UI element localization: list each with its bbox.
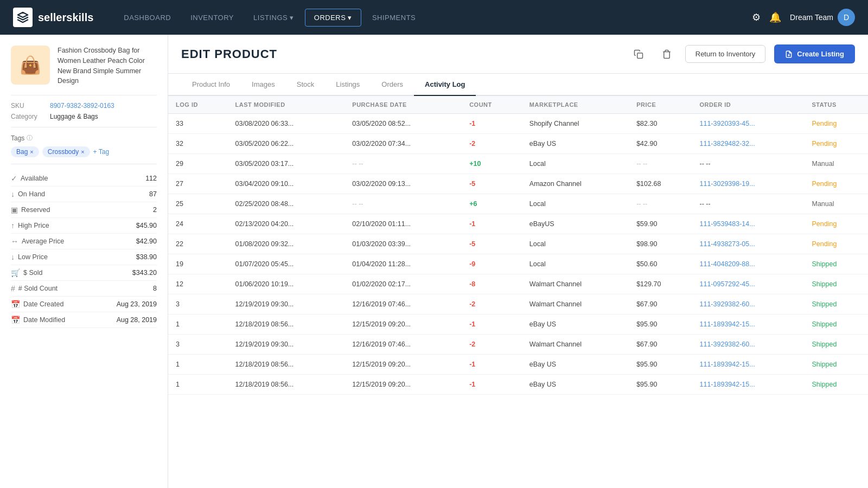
cell-price: $67.90 [629,335,692,355]
nav-shipments[interactable]: SHIPMENTS [363,9,424,26]
cell-count: +10 [462,154,522,174]
tags-label: Tags ⓘ [11,134,157,142]
tab-images[interactable]: Images [241,74,286,96]
table-row: 3203/05/2020 06:22...03/02/2020 07:34...… [168,134,868,154]
cell-order-id[interactable]: 111-3029398-19... [692,174,805,194]
cell-order-id[interactable]: 111-1893942-15... [692,314,805,335]
cell-order-id: -- -- [692,154,805,174]
cell-count: -1 [462,314,522,335]
cell-log-id: 29 [168,154,228,174]
cell-price: $82.30 [629,114,692,134]
tags-container: Bag × Crossbody × + Tag [11,146,157,157]
cell-marketplace: eBay US [522,355,629,375]
cell-log-id: 27 [168,174,228,194]
nav-listings[interactable]: LISTINGS ▾ [245,9,303,26]
cell-status: Shipped [804,335,868,355]
table-row: 312/19/2019 09:30...12/16/2019 07:46...-… [168,294,868,314]
cell-last-modified: 02/25/2020 08:48... [228,194,345,214]
bell-icon[interactable]: 🔔 [769,11,781,23]
logo-text: sellerskills [38,11,93,24]
stat-icon-high-price: ↑ [11,221,15,230]
nav-right: ⚙ 🔔 Dream Team D [752,9,855,26]
settings-icon[interactable]: ⚙ [752,11,761,23]
table-row: 112/18/2019 08:56...12/15/2019 09:20...-… [168,314,868,335]
table-row: 2201/08/2020 09:32...01/03/2020 03:39...… [168,234,868,254]
cell-marketplace: eBayUS [522,214,629,234]
cell-order-id[interactable]: 111-3829482-32... [692,134,805,154]
product-header: 👜 Fashion Crossbody Bag for Women Leathe… [11,46,157,86]
cell-order-id[interactable]: 111-1893942-15... [692,355,805,375]
cell-price: $129.70 [629,274,692,294]
copy-button[interactable] [629,44,648,64]
delete-button[interactable] [657,44,676,64]
table-row: 312/19/2019 09:30...12/16/2019 07:46...-… [168,335,868,355]
logo[interactable]: sellerskills [13,8,93,27]
nav-dashboard[interactable]: DASHBOARD [115,9,180,26]
cell-order-id[interactable]: 111-3920393-45... [692,114,805,134]
stat-label-date-created: 📅 Date Created [11,300,63,309]
add-tag-button[interactable]: + Tag [93,148,109,156]
main-content: EDIT PRODUCT Return to Inventory [168,35,868,488]
table-area[interactable]: LOG IDLAST MODIFIEDPURCHASE DATECOUNTMAR… [168,96,868,488]
table-row: 2703/04/2020 09:10...03/02/2020 09:13...… [168,174,868,194]
nav-inventory[interactable]: INVENTORY [182,9,242,26]
cell-last-modified: 03/05/2020 06:22... [228,134,345,154]
col-header-log-id: LOG ID [168,96,228,114]
tags-section: Tags ⓘ Bag × Crossbody × + Tag [11,134,157,157]
tab-listings[interactable]: Listings [325,74,371,96]
tab-stock[interactable]: Stock [286,74,326,96]
cell-last-modified: 01/07/2020 05:45... [228,254,345,274]
page-toolbar: EDIT PRODUCT Return to Inventory [168,35,868,74]
cell-price: $95.90 [629,314,692,335]
cell-price: $42.90 [629,134,692,154]
tag-bag-remove[interactable]: × [30,149,33,155]
nav-links: DASHBOARD INVENTORY LISTINGS ▾ ORDERS ▾ … [115,9,752,27]
stat-value-sold-count: 8 [153,285,157,292]
stat-icon-avg-price: ↔ [11,237,18,246]
user-menu[interactable]: Dream Team D [790,9,855,26]
divider-1 [11,95,157,95]
cell-price: $67.90 [629,294,692,314]
cell-purchase-date: 03/02/2020 09:13... [344,174,462,194]
cell-order-id[interactable]: 111-3929382-60... [692,335,805,355]
cell-order-id[interactable]: 111-3929382-60... [692,294,805,314]
tag-crossbody-remove[interactable]: × [81,149,84,155]
cell-last-modified: 12/19/2019 09:30... [228,294,345,314]
cell-marketplace: eBay US [522,375,629,395]
cell-last-modified: 03/05/2020 03:17... [228,154,345,174]
stat-value-high-price: $45.90 [136,222,157,229]
cell-status: Pending [804,114,868,134]
cell-last-modified: 12/18/2019 08:56... [228,375,345,395]
tab-product-info[interactable]: Product Info [181,74,241,96]
sku-value[interactable]: 8907-9382-3892-0163 [50,102,114,110]
tab-activity-log[interactable]: Activity Log [414,74,476,96]
stat-available: ✓ Available 112 [11,171,157,187]
cell-marketplace: Shopify Channel [522,114,629,134]
cell-count: -8 [462,274,522,294]
nav-orders[interactable]: ORDERS ▾ [305,9,361,27]
category-label: Category [11,113,46,120]
cell-marketplace: Walmart Channel [522,294,629,314]
cell-price: $59.90 [629,214,692,234]
cell-order-id[interactable]: 111-0957292-45... [692,274,805,294]
create-listing-button[interactable]: Create Listing [774,44,855,63]
cell-order-id[interactable]: 111-1893942-15... [692,375,805,395]
user-name: Dream Team [790,13,833,22]
tab-orders[interactable]: Orders [371,74,414,96]
tag-bag: Bag × [11,146,39,157]
col-header-marketplace: MARKETPLACE [522,96,629,114]
return-to-inventory-button[interactable]: Return to Inventory [685,45,766,63]
cell-marketplace: Local [522,254,629,274]
logo-icon [13,8,33,27]
stat-value-date-modified: Aug 28, 2019 [117,316,157,324]
cell-order-id[interactable]: 111-4938273-05... [692,234,805,254]
cell-status: Shipped [804,294,868,314]
cell-purchase-date: 01/02/2020 02:17... [344,274,462,294]
col-header-price: PRICE [629,96,692,114]
cell-order-id[interactable]: 111-4048209-88... [692,254,805,274]
cell-order-id[interactable]: 111-9539483-14... [692,214,805,234]
cell-purchase-date: 12/15/2019 09:20... [344,355,462,375]
stat-icon-sold-count: # [11,284,15,293]
cell-log-id: 3 [168,335,228,355]
cell-status: Shipped [804,314,868,335]
